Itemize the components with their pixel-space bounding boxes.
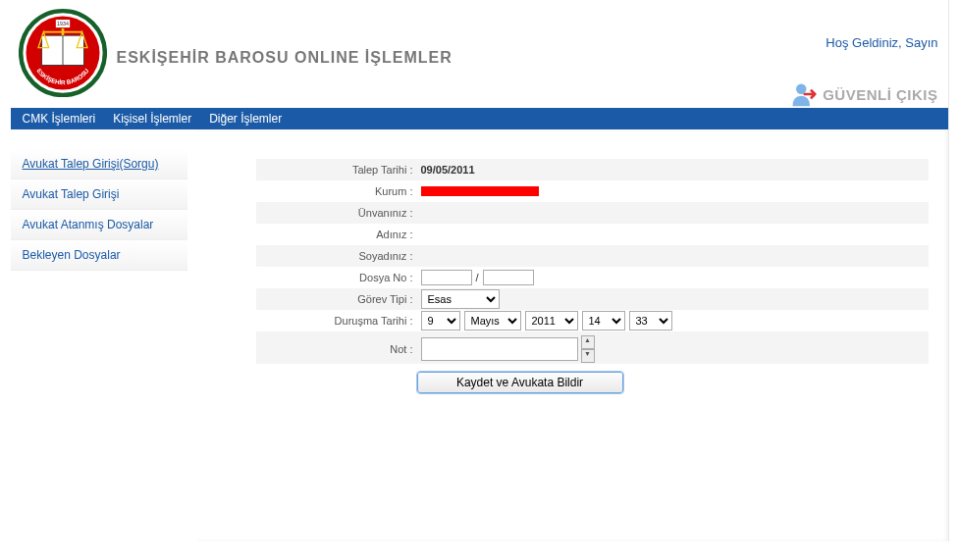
not-spinner-down[interactable]: ▼: [581, 349, 595, 363]
submit-button[interactable]: Kaydet ve Avukata Bildir: [417, 372, 623, 393]
label-kurum: Kurum :: [256, 185, 417, 197]
sidebar-item-talep-sorgu[interactable]: Avukat Talep Girişi(Sorgu): [11, 149, 187, 179]
logout-icon: [789, 80, 817, 108]
dosya-no-input-1[interactable]: [421, 270, 472, 285]
dosya-no-separator: /: [476, 272, 479, 283]
logout-button[interactable]: GÜVENLİ ÇIKIŞ: [789, 80, 937, 108]
gorev-tipi-select[interactable]: Esas: [421, 289, 500, 309]
site-title: ESKİŞEHİR BAROSU ONLINE İŞLEMLER: [117, 49, 453, 67]
label-gorev-tipi: Görev Tipi :: [256, 293, 417, 305]
top-menu: CMK İşlemleri Kişisel İşlemler Diğer İşl…: [11, 108, 948, 129]
topmenu-item-kisisel[interactable]: Kişisel İşlemler: [113, 112, 191, 126]
value-kurum-redacted: [421, 186, 539, 196]
durusma-month-select[interactable]: Mayıs: [464, 311, 521, 331]
durusma-minute-select[interactable]: 33: [629, 311, 672, 331]
label-talep-tarihi: Talep Tarihi :: [256, 164, 417, 176]
content: Talep Tarihi : 09/05/2011 Kurum : Ünvanı…: [197, 129, 948, 541]
sidebar: Avukat Talep Girişi(Sorgu) Avukat Talep …: [11, 129, 187, 541]
label-dosya-no: Dosya No :: [256, 272, 417, 283]
label-ad: Adınız :: [256, 229, 417, 240]
not-spinner-up[interactable]: ▲: [581, 335, 595, 349]
value-talep-tarihi: 09/05/2011: [421, 164, 475, 176]
durusma-day-select[interactable]: 9: [421, 311, 460, 331]
header: 1934 ESKİŞEHİR BAROSU ESKİŞEHİR BAROSU O…: [11, 0, 948, 108]
label-not: Not :: [256, 343, 417, 355]
topmenu-item-diger[interactable]: Diğer İşlemler: [209, 112, 282, 126]
dosya-no-input-2[interactable]: [483, 270, 534, 285]
sidebar-item-atanmis[interactable]: Avukat Atanmış Dosyalar: [11, 210, 187, 240]
durusma-year-select[interactable]: 2011: [525, 311, 578, 331]
label-unvan: Ünvanınız :: [256, 207, 417, 219]
svg-text:1934: 1934: [57, 21, 69, 26]
durusma-hour-select[interactable]: 14: [582, 311, 625, 331]
sidebar-item-bekleyen[interactable]: Bekleyen Dosyalar: [11, 240, 187, 271]
svg-point-9: [796, 84, 807, 95]
sidebar-item-talep-girisi[interactable]: Avukat Talep Girişi: [11, 179, 187, 210]
not-textarea[interactable]: [421, 337, 578, 361]
label-soyad: Soyadınız :: [256, 250, 417, 262]
label-durusma-tarihi: Duruşma Tarihi :: [256, 315, 417, 327]
logout-label: GÜVENLİ ÇIKIŞ: [823, 86, 937, 103]
welcome-text: Hoş Geldiniz, Sayın: [826, 35, 937, 50]
topmenu-item-cmk[interactable]: CMK İşlemleri: [23, 112, 96, 126]
logo: 1934 ESKİŞEHİR BAROSU: [19, 4, 107, 102]
